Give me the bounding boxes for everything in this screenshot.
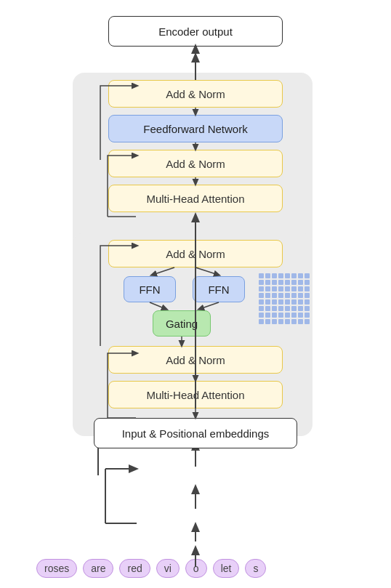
token-o: o xyxy=(185,559,207,578)
gating-box: Gating xyxy=(153,310,211,337)
token-red: red xyxy=(119,559,150,578)
bot-add-norm-top: Add & Norm xyxy=(108,240,283,267)
diagram-container: Encoder output Add & Norm Feedforward Ne… xyxy=(0,0,391,588)
input-label: Input & Positional embeddings xyxy=(122,427,270,440)
top-add-norm-top-label: Add & Norm xyxy=(166,88,225,100)
bot-add-norm-top-label: Add & Norm xyxy=(166,248,225,260)
gating-label: Gating xyxy=(166,318,198,330)
ffn-left-box: FFN xyxy=(124,276,176,302)
bot-add-norm-bottom-label: Add & Norm xyxy=(166,354,225,366)
encoder-output-box: Encoder output xyxy=(108,16,283,47)
top-add-norm-top: Add & Norm xyxy=(108,80,283,108)
token-let: let xyxy=(213,559,240,578)
top-add-norm-bottom-label: Add & Norm xyxy=(166,158,225,170)
feedforward-network-box: Feedforward Network xyxy=(108,115,283,142)
token-vi: vi xyxy=(156,559,180,578)
token-are: are xyxy=(83,559,113,578)
input-embeddings-box: Input & Positional embeddings xyxy=(94,418,297,448)
top-multi-head-label: Multi-Head Attention xyxy=(146,193,244,205)
top-multi-head-box: Multi-Head Attention xyxy=(108,185,283,212)
token-roses: roses xyxy=(36,559,77,578)
bot-multi-head-label: Multi-Head Attention xyxy=(146,389,244,401)
encoder-output-label: Encoder output xyxy=(158,25,233,38)
ffn-right-label: FFN xyxy=(208,283,229,296)
ffn-left-label: FFN xyxy=(139,283,160,296)
bot-multi-head-box: Multi-Head Attention xyxy=(108,381,283,408)
tokens-row: roses are red vi o let s xyxy=(36,559,266,578)
top-add-norm-bottom: Add & Norm xyxy=(108,150,283,177)
dot-grid xyxy=(258,273,310,325)
bot-add-norm-bottom: Add & Norm xyxy=(108,346,283,374)
ffn-right-box: FFN xyxy=(193,276,245,302)
feedforward-label: Feedforward Network xyxy=(143,123,247,135)
token-s: s xyxy=(245,559,266,578)
